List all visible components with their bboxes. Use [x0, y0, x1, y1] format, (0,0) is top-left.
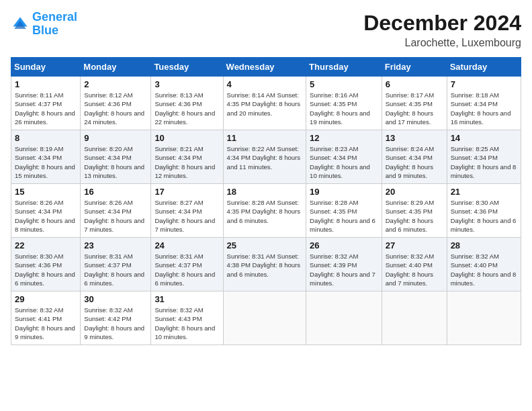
title-area: December 2024 Larochette, Luxembourg: [363, 11, 521, 49]
day-number: 29: [15, 294, 77, 304]
calendar-table: SundayMondayTuesdayWednesdayThursdayFrid…: [11, 57, 521, 345]
day-number: 28: [451, 240, 517, 250]
day-number: 10: [154, 133, 219, 143]
calendar-cell: 22Sunrise: 8:30 AM Sunset: 4:36 PM Dayli…: [11, 238, 81, 291]
day-info: Sunrise: 8:32 AM Sunset: 4:40 PM Dayligh…: [386, 252, 443, 287]
logo: General Blue: [11, 11, 77, 38]
day-info: Sunrise: 8:26 AM Sunset: 4:34 PM Dayligh…: [84, 198, 147, 234]
day-info: Sunrise: 8:22 AM Sunset: 4:34 PM Dayligh…: [227, 144, 303, 171]
day-number: 8: [15, 133, 77, 143]
day-info: Sunrise: 8:14 AM Sunset: 4:35 PM Dayligh…: [227, 91, 303, 118]
day-info: Sunrise: 8:13 AM Sunset: 4:36 PM Dayligh…: [154, 91, 219, 126]
calendar-cell: 27Sunrise: 8:32 AM Sunset: 4:40 PM Dayli…: [382, 238, 447, 291]
day-info: Sunrise: 8:23 AM Sunset: 4:34 PM Dayligh…: [310, 144, 378, 180]
day-info: Sunrise: 8:21 AM Sunset: 4:34 PM Dayligh…: [154, 144, 219, 180]
weekday-header-saturday: Saturday: [447, 58, 521, 77]
calendar-week-row: 1Sunrise: 8:11 AM Sunset: 4:37 PM Daylig…: [11, 77, 521, 130]
day-info: Sunrise: 8:32 AM Sunset: 4:40 PM Dayligh…: [451, 252, 517, 287]
day-info: Sunrise: 8:28 AM Sunset: 4:35 PM Dayligh…: [310, 198, 378, 234]
calendar-cell: 8Sunrise: 8:19 AM Sunset: 4:34 PM Daylig…: [11, 130, 81, 184]
day-info: Sunrise: 8:32 AM Sunset: 4:42 PM Dayligh…: [84, 306, 147, 341]
day-info: Sunrise: 8:27 AM Sunset: 4:34 PM Dayligh…: [154, 198, 219, 234]
calendar-cell: 21Sunrise: 8:30 AM Sunset: 4:36 PM Dayli…: [447, 184, 521, 238]
day-info: Sunrise: 8:20 AM Sunset: 4:34 PM Dayligh…: [84, 144, 147, 180]
day-number: 23: [84, 240, 147, 250]
calendar-cell: 9Sunrise: 8:20 AM Sunset: 4:34 PM Daylig…: [81, 130, 151, 184]
location-title: Larochette, Luxembourg: [363, 37, 521, 49]
day-number: 20: [386, 187, 443, 197]
day-info: Sunrise: 8:31 AM Sunset: 4:38 PM Dayligh…: [227, 252, 303, 279]
calendar-cell: 7Sunrise: 8:18 AM Sunset: 4:34 PM Daylig…: [447, 77, 521, 130]
day-info: Sunrise: 8:25 AM Sunset: 4:34 PM Dayligh…: [451, 144, 517, 180]
calendar-week-row: 8Sunrise: 8:19 AM Sunset: 4:34 PM Daylig…: [11, 130, 521, 184]
day-number: 15: [15, 187, 77, 197]
day-number: 31: [154, 294, 219, 304]
calendar-cell: 2Sunrise: 8:12 AM Sunset: 4:36 PM Daylig…: [81, 77, 151, 130]
day-number: 30: [84, 294, 147, 304]
day-number: 9: [84, 133, 147, 143]
weekday-header-wednesday: Wednesday: [223, 58, 306, 77]
calendar-cell: [447, 291, 521, 345]
calendar-cell: 12Sunrise: 8:23 AM Sunset: 4:34 PM Dayli…: [306, 130, 382, 184]
calendar-cell: 5Sunrise: 8:16 AM Sunset: 4:35 PM Daylig…: [306, 77, 382, 130]
day-number: 19: [310, 187, 378, 197]
day-number: 11: [227, 133, 303, 143]
calendar-cell: 10Sunrise: 8:21 AM Sunset: 4:34 PM Dayli…: [151, 130, 223, 184]
day-info: Sunrise: 8:29 AM Sunset: 4:35 PM Dayligh…: [386, 198, 443, 234]
calendar-week-row: 22Sunrise: 8:30 AM Sunset: 4:36 PM Dayli…: [11, 238, 521, 291]
calendar-cell: 17Sunrise: 8:27 AM Sunset: 4:34 PM Dayli…: [151, 184, 223, 238]
day-info: Sunrise: 8:32 AM Sunset: 4:43 PM Dayligh…: [154, 306, 219, 341]
calendar-cell: 6Sunrise: 8:17 AM Sunset: 4:35 PM Daylig…: [382, 77, 447, 130]
calendar-cell: [382, 291, 447, 345]
calendar-cell: 24Sunrise: 8:31 AM Sunset: 4:37 PM Dayli…: [151, 238, 223, 291]
month-title: December 2024: [363, 11, 521, 36]
calendar-cell: 30Sunrise: 8:32 AM Sunset: 4:42 PM Dayli…: [81, 291, 151, 345]
day-number: 17: [154, 187, 219, 197]
calendar-cell: 29Sunrise: 8:32 AM Sunset: 4:41 PM Dayli…: [11, 291, 81, 345]
logo-text-line1: General: [32, 11, 77, 24]
day-number: 2: [84, 79, 147, 89]
day-number: 21: [451, 187, 517, 197]
day-info: Sunrise: 8:30 AM Sunset: 4:36 PM Dayligh…: [451, 198, 517, 234]
calendar-cell: 14Sunrise: 8:25 AM Sunset: 4:34 PM Dayli…: [447, 130, 521, 184]
calendar-cell: 23Sunrise: 8:31 AM Sunset: 4:37 PM Dayli…: [81, 238, 151, 291]
day-info: Sunrise: 8:30 AM Sunset: 4:36 PM Dayligh…: [15, 252, 77, 287]
day-info: Sunrise: 8:26 AM Sunset: 4:34 PM Dayligh…: [15, 198, 77, 234]
calendar-cell: [306, 291, 382, 345]
day-number: 13: [386, 133, 443, 143]
calendar-cell: [223, 291, 306, 345]
day-info: Sunrise: 8:11 AM Sunset: 4:37 PM Dayligh…: [15, 91, 77, 126]
calendar-week-row: 29Sunrise: 8:32 AM Sunset: 4:41 PM Dayli…: [11, 291, 521, 345]
weekday-header-sunday: Sunday: [11, 58, 81, 77]
calendar-cell: 25Sunrise: 8:31 AM Sunset: 4:38 PM Dayli…: [223, 238, 306, 291]
calendar-cell: 31Sunrise: 8:32 AM Sunset: 4:43 PM Dayli…: [151, 291, 223, 345]
day-info: Sunrise: 8:24 AM Sunset: 4:34 PM Dayligh…: [386, 144, 443, 180]
day-number: 4: [227, 79, 303, 89]
calendar-cell: 15Sunrise: 8:26 AM Sunset: 4:34 PM Dayli…: [11, 184, 81, 238]
calendar-cell: 4Sunrise: 8:14 AM Sunset: 4:35 PM Daylig…: [223, 77, 306, 130]
calendar-cell: 13Sunrise: 8:24 AM Sunset: 4:34 PM Dayli…: [382, 130, 447, 184]
day-number: 5: [310, 79, 378, 89]
calendar-cell: 16Sunrise: 8:26 AM Sunset: 4:34 PM Dayli…: [81, 184, 151, 238]
calendar-cell: 11Sunrise: 8:22 AM Sunset: 4:34 PM Dayli…: [223, 130, 306, 184]
calendar-cell: 26Sunrise: 8:32 AM Sunset: 4:39 PM Dayli…: [306, 238, 382, 291]
calendar-cell: 19Sunrise: 8:28 AM Sunset: 4:35 PM Dayli…: [306, 184, 382, 238]
weekday-header-monday: Monday: [81, 58, 151, 77]
calendar-cell: 1Sunrise: 8:11 AM Sunset: 4:37 PM Daylig…: [11, 77, 81, 130]
day-info: Sunrise: 8:31 AM Sunset: 4:37 PM Dayligh…: [154, 252, 219, 287]
day-info: Sunrise: 8:31 AM Sunset: 4:37 PM Dayligh…: [84, 252, 147, 287]
day-number: 18: [227, 187, 303, 197]
day-number: 14: [451, 133, 517, 143]
weekday-header-thursday: Thursday: [306, 58, 382, 77]
calendar-cell: 3Sunrise: 8:13 AM Sunset: 4:36 PM Daylig…: [151, 77, 223, 130]
day-number: 25: [227, 240, 303, 250]
day-info: Sunrise: 8:19 AM Sunset: 4:34 PM Dayligh…: [15, 144, 77, 180]
logo-text-line2: Blue: [32, 24, 77, 38]
day-number: 22: [15, 240, 77, 250]
day-info: Sunrise: 8:18 AM Sunset: 4:34 PM Dayligh…: [451, 91, 517, 126]
calendar-cell: 20Sunrise: 8:29 AM Sunset: 4:35 PM Dayli…: [382, 184, 447, 238]
day-number: 7: [451, 79, 517, 89]
day-number: 26: [310, 240, 378, 250]
header: General Blue December 2024 Larochette, L…: [11, 11, 521, 49]
calendar-week-row: 15Sunrise: 8:26 AM Sunset: 4:34 PM Dayli…: [11, 184, 521, 238]
